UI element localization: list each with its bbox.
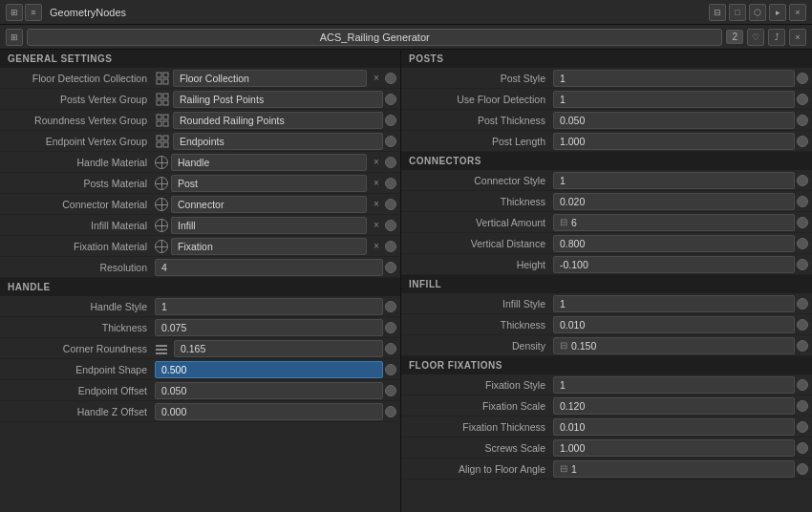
fixation-style-dot[interactable] — [797, 379, 808, 391]
endpoint-shape-field[interactable]: 0.500 — [155, 361, 383, 378]
post-style-field[interactable]: 1 — [553, 70, 795, 87]
infill-thickness-field[interactable]: 0.010 — [553, 316, 795, 333]
use-floor-detection-row: Use Floor Detection 1 — [401, 89, 812, 110]
resolution-dot[interactable] — [385, 262, 396, 273]
fixation-thickness-field[interactable]: 0.010 — [553, 418, 795, 436]
globe-icon-infill — [155, 219, 168, 232]
list-icon[interactable]: ≡ — [25, 4, 42, 21]
fixation-material-dot[interactable] — [385, 241, 396, 252]
handle-material-dot[interactable] — [385, 157, 396, 168]
align-floor-angle-field[interactable]: ⊟ 1 — [553, 460, 795, 478]
share-icon[interactable]: ⤴ — [768, 29, 785, 46]
post-length-dot[interactable] — [797, 136, 808, 147]
connector-height-field[interactable]: -0.100 — [553, 256, 795, 273]
post-thickness-field[interactable]: 0.050 — [553, 112, 795, 129]
posts-vertex-field[interactable]: Railing Post Points — [173, 91, 383, 108]
posts-material-clear[interactable]: × — [370, 177, 383, 190]
infill-density-dot[interactable] — [797, 340, 808, 352]
endpoint-shape-value: 0.500 — [155, 361, 383, 378]
fixation-scale-field[interactable]: 0.120 — [553, 397, 795, 415]
handle-thickness-dot[interactable] — [385, 322, 396, 333]
infill-density-field[interactable]: ⊟ 0.150 — [553, 337, 795, 354]
node-icon[interactable]: ⊞ — [6, 4, 23, 21]
posts-material-field[interactable]: Post — [171, 175, 367, 192]
floor-detection-clear[interactable]: × — [370, 72, 383, 85]
vertical-distance-row: Vertical Distance 0.800 — [401, 233, 812, 254]
fixation-material-row: Fixation Material Fixation × — [0, 236, 400, 257]
handle-style-field[interactable]: 1 — [155, 298, 383, 315]
endpoint-offset-dot[interactable] — [385, 385, 396, 396]
svg-rect-6 — [157, 100, 161, 105]
floor-detection-dot[interactable] — [385, 73, 396, 84]
resolution-value: 4 — [155, 259, 383, 276]
vertical-amount-field[interactable]: ⊟ 6 — [553, 214, 795, 231]
close-top-icon[interactable]: × — [789, 4, 806, 21]
connector-thickness-dot[interactable] — [797, 196, 808, 207]
connector-material-field[interactable]: Connector — [171, 196, 367, 213]
connector-height-dot[interactable] — [797, 259, 808, 270]
roundness-vertex-field[interactable]: Rounded Railing Points — [173, 112, 383, 129]
floor-detection-field[interactable]: Floor Collection — [173, 70, 367, 87]
floor-detection-value: Floor Collection × — [155, 70, 383, 87]
floor-detection-row: Floor Detection Collection Floor Collect… — [0, 68, 400, 89]
fixation-thickness-dot[interactable] — [797, 421, 808, 433]
node-name-button[interactable]: ACS_Railing Generator — [27, 29, 722, 46]
vertical-distance-field[interactable]: 0.800 — [553, 235, 795, 252]
screws-scale-field[interactable]: 1.000 — [553, 439, 795, 457]
connector-thickness-field[interactable]: 0.020 — [553, 193, 795, 210]
roundness-vertex-label: Roundness Vertex Group — [4, 115, 155, 126]
connector-material-dot[interactable] — [385, 199, 396, 210]
fixation-style-field[interactable]: 1 — [553, 376, 795, 394]
fixation-material-clear[interactable]: × — [370, 240, 383, 253]
connector-style-dot[interactable] — [797, 175, 808, 186]
post-length-label: Post Length — [405, 136, 553, 147]
endpoint-vertex-label: Endpoint Vertex Group — [4, 136, 155, 147]
post-length-field[interactable]: 1.000 — [553, 133, 795, 150]
handle-material-field[interactable]: Handle — [171, 154, 367, 171]
resolution-field[interactable]: 4 — [155, 259, 383, 276]
handle-z-offset-dot[interactable] — [385, 406, 396, 417]
connector-style-field[interactable]: 1 — [553, 172, 795, 189]
endpoint-vertex-field[interactable]: Endpoints — [173, 133, 383, 150]
close-second-icon[interactable]: × — [789, 29, 806, 46]
handle-thickness-field[interactable]: 0.075 — [155, 319, 383, 336]
play-icon[interactable]: ▸ — [769, 4, 786, 21]
camera-icon[interactable]: ⬡ — [749, 4, 766, 21]
use-floor-detection-field[interactable]: 1 — [553, 91, 795, 108]
density-align-icon: ⊟ — [560, 340, 567, 351]
roundness-vertex-dot[interactable] — [385, 115, 396, 126]
post-thickness-dot[interactable] — [797, 115, 808, 126]
infill-material-dot[interactable] — [385, 220, 396, 231]
corner-roundness-field[interactable]: 0.165 — [174, 340, 383, 357]
filter-icon[interactable]: ⊟ — [709, 4, 726, 21]
use-floor-detection-dot[interactable] — [797, 94, 808, 105]
infill-thickness-dot[interactable] — [797, 319, 808, 331]
infill-material-clear[interactable]: × — [370, 219, 383, 232]
endpoint-offset-field[interactable]: 0.050 — [155, 382, 383, 399]
vertical-amount-dot[interactable] — [797, 217, 808, 228]
infill-style-field[interactable]: 1 — [553, 295, 795, 312]
screws-scale-dot[interactable] — [797, 442, 808, 454]
handle-style-dot[interactable] — [385, 301, 396, 312]
align-floor-angle-dot[interactable] — [797, 463, 808, 475]
post-style-dot[interactable] — [797, 73, 808, 84]
posts-material-dot[interactable] — [385, 178, 396, 189]
endpoint-offset-row: Endpoint Offset 0.050 — [0, 380, 400, 401]
fixation-scale-dot[interactable] — [797, 400, 808, 412]
posts-vertex-dot[interactable] — [385, 94, 396, 105]
corner-roundness-dot[interactable] — [385, 343, 396, 354]
handle-material-clear[interactable]: × — [370, 156, 383, 169]
node-type-icon[interactable]: ⊞ — [6, 29, 23, 46]
fixation-material-field[interactable]: Fixation — [171, 238, 367, 255]
endpoint-shape-dot[interactable] — [385, 364, 396, 375]
align-floor-angle-label: Align to Floor Angle — [405, 463, 553, 475]
bookmark-icon[interactable]: ♡ — [747, 29, 764, 46]
view-icon[interactable]: □ — [729, 4, 746, 21]
handle-z-offset-field[interactable]: 0.000 — [155, 403, 383, 420]
infill-material-field[interactable]: Infill — [171, 217, 367, 234]
vertical-distance-dot[interactable] — [797, 238, 808, 249]
endpoint-vertex-dot[interactable] — [385, 136, 396, 147]
connector-material-clear[interactable]: × — [370, 198, 383, 211]
infill-style-dot[interactable] — [797, 298, 808, 309]
handle-style-value: 1 — [155, 298, 383, 315]
